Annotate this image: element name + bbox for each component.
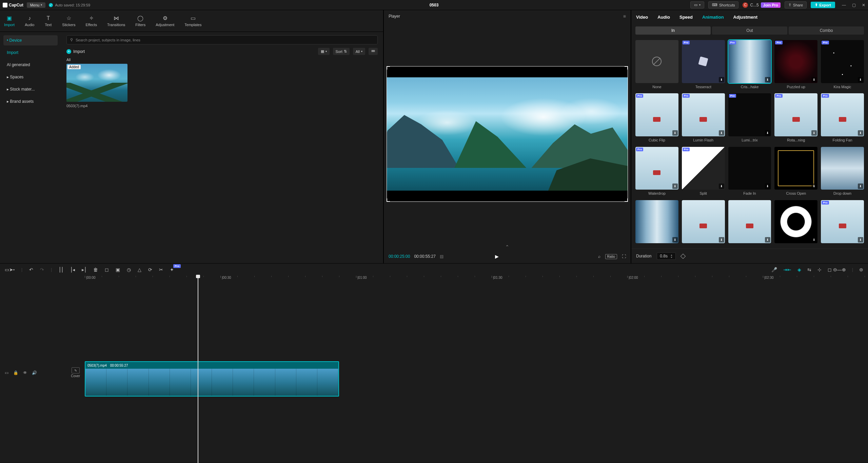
filter-button[interactable]: 𝍢 bbox=[369, 48, 378, 55]
sidebar-item-spaces[interactable]: ▸ Spaces bbox=[3, 72, 58, 82]
share-button[interactable]: ⇪ Share bbox=[785, 1, 807, 8]
delete-button[interactable]: 🗑 bbox=[93, 267, 98, 272]
tab-transitions[interactable]: ⋈Transitions bbox=[107, 15, 125, 27]
anim-item-lumitrix[interactable]: Pro⬇Lumi...trix bbox=[728, 93, 771, 143]
tab-templates[interactable]: ▭Templates bbox=[184, 15, 201, 27]
ratio-button[interactable]: Ratio bbox=[605, 254, 617, 259]
export-button[interactable]: ⬆ Export bbox=[811, 2, 835, 8]
anim-item-crishake[interactable]: Pro⬇Cris...hake bbox=[728, 40, 771, 90]
search-input[interactable]: ⚲ Search project, subjects in image, lin… bbox=[66, 35, 378, 44]
anim-item-row[interactable]: Pro⬇ bbox=[821, 200, 864, 246]
step-down-icon[interactable]: ▼ bbox=[670, 256, 673, 258]
split-left-button[interactable]: ⎮◂ bbox=[70, 267, 75, 272]
speaker-icon[interactable]: 🔊 bbox=[32, 370, 37, 375]
media-clip[interactable]: Added 0503(7).mp4 bbox=[66, 64, 127, 108]
link-button[interactable]: ⇆ bbox=[807, 267, 811, 272]
anim-item-row[interactable]: ⬇ bbox=[682, 200, 725, 246]
anim-item-kiramagic[interactable]: Pro⬇Kira Magic bbox=[821, 40, 864, 90]
anim-item-puzzledup[interactable]: Pro⬇Puzzled up bbox=[774, 40, 817, 90]
anim-item-row[interactable]: ⬇ bbox=[635, 200, 678, 246]
all-filter-button[interactable]: All ▾ bbox=[353, 48, 365, 55]
anim-item-split[interactable]: Pro⬇Split bbox=[682, 147, 725, 197]
rotate-button[interactable]: ⟳ bbox=[148, 267, 152, 272]
sidebar-item-device[interactable]: • Device bbox=[3, 35, 58, 45]
anim-item-tesseract[interactable]: Pro⬇Tesseract bbox=[682, 40, 725, 90]
anim-item-luminflash[interactable]: Pro⬇Lumin Flash bbox=[682, 93, 725, 143]
zoom-slider[interactable]: ◻ ⊖—⊕ bbox=[828, 267, 846, 272]
menu-button[interactable]: Menu ▾ bbox=[27, 2, 46, 8]
selection-tool[interactable]: ▭➤ ▾ bbox=[5, 267, 15, 272]
sidebar-item-stockmater[interactable]: ▸ Stock mater... bbox=[3, 84, 58, 94]
step-up-icon[interactable]: ▲ bbox=[670, 254, 673, 256]
split-button[interactable]: ⎮⎮ bbox=[59, 267, 63, 272]
redo-button[interactable]: ↷ bbox=[40, 267, 44, 272]
tab-stickers[interactable]: ☆Stickers bbox=[62, 15, 75, 27]
keyframe-icon[interactable] bbox=[680, 253, 686, 259]
maximize-button[interactable]: ▢ bbox=[852, 3, 856, 7]
subtab-combo[interactable]: Combo bbox=[789, 26, 864, 35]
join-pro-button[interactable]: Join Pro bbox=[761, 2, 781, 8]
undo-button[interactable]: ↶ bbox=[29, 267, 33, 272]
tab-text[interactable]: TText bbox=[44, 15, 52, 27]
freeze-button[interactable]: ▣ bbox=[116, 267, 120, 272]
player-menu-icon[interactable]: ≡ bbox=[623, 14, 626, 19]
import-button[interactable]: + Import bbox=[66, 49, 85, 54]
zoom-reset-icon[interactable]: ⌕ bbox=[598, 254, 600, 259]
voiceover-button[interactable]: 🎤 bbox=[771, 267, 777, 272]
inspector-tab-animation[interactable]: Animation bbox=[702, 15, 724, 20]
tab-effects[interactable]: ✧Effects bbox=[85, 15, 97, 27]
timeline-clip[interactable]: 0503(7).mp4 00:00:55:27 bbox=[85, 361, 339, 397]
video-viewport[interactable] bbox=[387, 66, 628, 202]
inspector-tab-video[interactable]: Video bbox=[636, 15, 648, 20]
minimize-button[interactable]: — bbox=[842, 3, 846, 7]
cover-button[interactable]: ✎ Cover bbox=[71, 367, 80, 378]
inspector-tab-speed[interactable]: Speed bbox=[679, 15, 693, 20]
play-button[interactable]: ▶ bbox=[495, 254, 499, 259]
compare-icon[interactable]: ▤ bbox=[440, 254, 443, 259]
speed-button[interactable]: ◷ bbox=[127, 267, 131, 272]
collapse-handle[interactable]: ⌃ bbox=[384, 244, 631, 250]
marker-button[interactable]: ◻ bbox=[105, 267, 109, 272]
tab-filters[interactable]: ◯Filters bbox=[135, 15, 145, 27]
split-right-button[interactable]: ▸⎮ bbox=[82, 267, 86, 272]
anim-item-crossopen[interactable]: ⬇Cross Open bbox=[774, 147, 817, 197]
zoom-fit-button[interactable]: ⊚ bbox=[859, 267, 863, 272]
subtab-in[interactable]: In bbox=[635, 26, 711, 35]
anim-item-foldingfan[interactable]: Pro⬇Folding Fan bbox=[821, 93, 864, 143]
tab-audio[interactable]: ♪Audio bbox=[25, 15, 34, 27]
inspector-tab-adjustment[interactable]: Adjustment bbox=[733, 15, 758, 20]
anim-item-cubicflip[interactable]: Pro⬇Cubic Flip bbox=[635, 93, 678, 143]
sidebar-item-brandassets[interactable]: ▸ Brand assets bbox=[3, 96, 58, 107]
anim-item-fadein[interactable]: ⬇Fade In bbox=[728, 147, 771, 197]
anim-item-row[interactable]: ⬇ bbox=[774, 200, 817, 246]
playhead[interactable] bbox=[198, 276, 198, 463]
tab-import[interactable]: ▣Import bbox=[4, 15, 15, 27]
sidebar-item-import[interactable]: Import bbox=[3, 47, 58, 58]
sort-button[interactable]: Sort ⇅ bbox=[333, 48, 350, 55]
inspector-tab-audio[interactable]: Audio bbox=[657, 15, 670, 20]
ai-tools-button[interactable]: ✦Pro bbox=[170, 267, 174, 272]
anim-item-waterdrop[interactable]: Pro⬇Waterdrop bbox=[635, 147, 678, 197]
lock-icon[interactable]: 🔒 bbox=[13, 370, 18, 375]
mirror-button[interactable]: △ bbox=[138, 267, 141, 272]
eye-icon[interactable]: 👁 bbox=[23, 370, 27, 375]
avatar[interactable]: C bbox=[743, 2, 748, 8]
fullscreen-icon[interactable]: ⛶ bbox=[622, 254, 626, 259]
video-track[interactable]: 0503(7).mp4 00:00:55:27 bbox=[85, 283, 868, 463]
duration-input[interactable]: 0.8s ▲▼ bbox=[657, 252, 676, 260]
shortcuts-button[interactable]: ⌨ Shortcuts bbox=[708, 1, 738, 8]
anim-item-dropdown[interactable]: ⬇Drop down bbox=[821, 147, 864, 197]
tab-adjustment[interactable]: ⚙Adjustment bbox=[156, 15, 174, 27]
close-button[interactable]: ✕ bbox=[862, 3, 865, 7]
anim-item-row[interactable]: ⬇ bbox=[728, 200, 771, 246]
anim-item-rotaning[interactable]: Pro⬇Rota...ning bbox=[774, 93, 817, 143]
timeline-ruler[interactable]: |00:00|00:30|01:00|01:30|02:00|02:30 bbox=[85, 276, 864, 283]
preview-axis-button[interactable]: ⊹ bbox=[817, 267, 822, 272]
crop-button[interactable]: ✂ bbox=[159, 267, 163, 272]
layout-menu[interactable]: ▭ ▾ bbox=[690, 1, 704, 8]
sidebar-item-aigenerated[interactable]: AI generated bbox=[3, 60, 58, 70]
grid-view-button[interactable]: ▦ ▾ bbox=[318, 48, 330, 55]
auto-snap-button[interactable]: ◈ bbox=[797, 267, 801, 272]
subtab-out[interactable]: Out bbox=[712, 26, 787, 35]
magnet-button[interactable]: ⇥⇤ bbox=[783, 267, 791, 272]
